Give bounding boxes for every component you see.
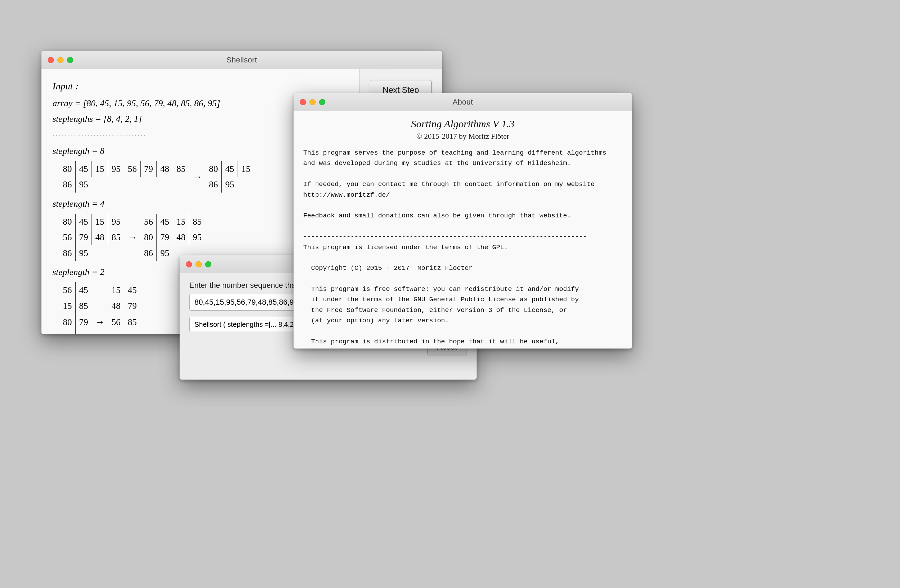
step4-table: 80 45 15 95 → 56 45 15 85 56 79 48 — [59, 214, 205, 261]
about-titlebar: About — [293, 93, 632, 111]
about-copyright: © 2015-2017 by Moritz Flöter — [303, 132, 622, 141]
step2-table: 56 45 15 45 15 85 48 79 80 — [59, 282, 140, 334]
traffic-lights — [48, 57, 73, 63]
array-line: array = [80, 45, 15, 95, 56, 79, 48, 85,… — [53, 98, 220, 108]
algorithm-select[interactable]: Shellsort ( steplengths =[... 8,4,2,1] ) — [189, 317, 311, 332]
input-label: Input : — [53, 81, 78, 91]
close-button[interactable] — [48, 57, 54, 63]
about-window: About Sorting Algorithms V 1.3 © 2015-20… — [293, 93, 632, 348]
input-minimize-button[interactable] — [196, 261, 202, 268]
about-heading: Sorting Algorithms V 1.3 — [303, 118, 622, 130]
input-maximize-button[interactable] — [205, 261, 211, 268]
steplengths-line: steplengths = [8, 4, 2, 1] — [53, 114, 142, 124]
about-title: About — [453, 97, 473, 107]
shellsort-titlebar: Shellsort — [42, 51, 442, 69]
minimize-button[interactable] — [57, 57, 64, 63]
input-traffic-lights — [186, 261, 211, 268]
step8-table: 80 45 15 95 56 79 48 85 → 80 45 15 — [59, 161, 254, 193]
about-maximize-button[interactable] — [319, 99, 325, 105]
about-body-text: This program serves the purpose of teach… — [303, 148, 622, 348]
about-body: Sorting Algorithms V 1.3 © 2015-2017 by … — [293, 111, 632, 348]
about-traffic-lights — [300, 99, 325, 105]
input-close-button[interactable] — [186, 261, 192, 268]
shellsort-title: Shellsort — [227, 56, 257, 65]
about-minimize-button[interactable] — [309, 99, 316, 105]
about-close-button[interactable] — [300, 99, 306, 105]
maximize-button[interactable] — [67, 57, 73, 63]
